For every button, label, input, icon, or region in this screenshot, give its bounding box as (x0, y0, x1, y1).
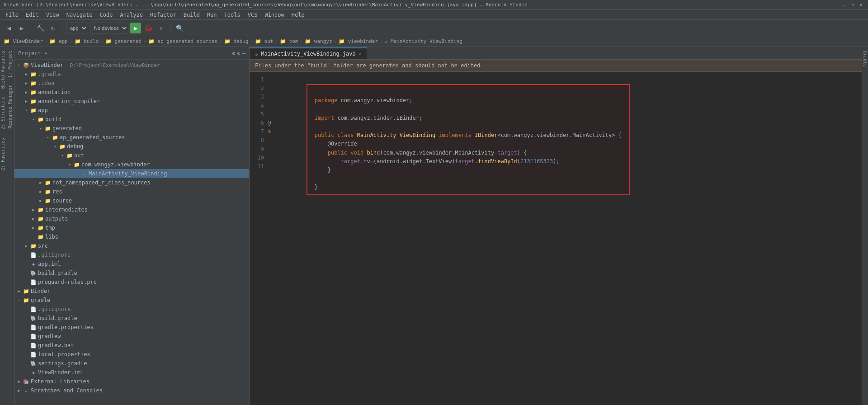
tree-item-outputs[interactable]: ▶ 📁 outputs (14, 214, 249, 223)
structure-tab[interactable]: Z: Structure (0, 93, 6, 133)
tab-close-button[interactable]: ✕ (359, 52, 361, 57)
tree-item-scratches[interactable]: ▶ ✏ Scratches and Consoles (14, 386, 249, 395)
folder-icon: 📁 (44, 125, 52, 132)
menu-item-edit[interactable]: Edit (22, 11, 42, 19)
back-button[interactable]: ◀ (4, 23, 14, 33)
profile-button[interactable]: ⚡ (156, 23, 166, 33)
breadcrumb-generated[interactable]: 📁 generated (105, 38, 142, 44)
breadcrumb-viewbinder2[interactable]: 📁 viewbinder (339, 38, 378, 44)
tree-item-app[interactable]: ▾ 📁 app (14, 106, 249, 115)
tree-item-build-gradle[interactable]: 🐘 build.gradle (14, 268, 249, 278)
menu-item-code[interactable]: Code (96, 11, 117, 19)
tree-item-local-properties[interactable]: 📄 local.properties (14, 350, 249, 359)
menu-item-vcs[interactable]: VCS (244, 11, 261, 19)
tree-label: generated (52, 125, 82, 132)
build-variants-tab[interactable]: Build Variants (0, 47, 6, 92)
menu-item-analyze[interactable]: Analyze (116, 11, 146, 19)
tree-item-intermediates[interactable]: ▶ 📁 intermediates (14, 205, 249, 214)
tree-item-viewbinder-iml[interactable]: ◆ ViewBinder.iml (14, 368, 249, 377)
menu-item-help[interactable]: Help (288, 11, 308, 19)
tree-item-ap-generated[interactable]: ▾ 📁 ap_generated_sources (14, 133, 249, 142)
favorites-tab[interactable]: Z: Favorites (0, 134, 6, 174)
forward-button[interactable]: ▶ (16, 23, 27, 33)
project-dropdown[interactable]: Project ▾ (18, 50, 47, 57)
menu-item-tools[interactable]: Tools (221, 11, 244, 19)
editor-tab-mainactivity[interactable]: ☕ MainActivity_ViewBinding.java ✕ (250, 47, 367, 59)
close-button[interactable]: ✕ (858, 2, 864, 7)
tree-item-com-wangyz[interactable]: ▾ 📁 com.wangyz.viewbinder (14, 160, 249, 169)
project-panel-header: Project ▾ ⚙ ⊙ — (14, 47, 249, 60)
menu-item-refactor[interactable]: Refactor (146, 11, 180, 19)
device-selector[interactable]: No devices (90, 23, 128, 33)
breadcrumb-viewbinder[interactable]: 📁 ViewBinder (4, 38, 43, 44)
menu-item-view[interactable]: View (42, 11, 63, 19)
menu-item-file[interactable]: File (2, 11, 22, 19)
resource-manager-icon[interactable]: Resource Manager (8, 83, 13, 130)
menu-item-navigate[interactable]: Navigate (63, 11, 96, 19)
tree-item-mainactivity-viewbinding[interactable]: ☕ MainActivity_ViewBinding (14, 169, 249, 178)
breadcrumb-out[interactable]: 📁 out (255, 38, 274, 44)
tree-item-root-build-gradle[interactable]: 🐘 build.gradle (14, 314, 249, 323)
tree-item-debug[interactable]: ▾ 📁 debug (14, 142, 249, 151)
tree-item-binder[interactable]: ▶ 📁 Binder (14, 287, 249, 296)
tree-item-gradle-hidden[interactable]: ▶ 📁 .gradle (14, 70, 249, 79)
tree-item-out[interactable]: ▾ 📁 out (14, 151, 249, 160)
tree-item-annotation[interactable]: ▶ 📁 annotation (14, 88, 249, 97)
tree-label: annotation (38, 89, 71, 95)
tree-item-tmp[interactable]: ▶ 📁 tmp (14, 223, 249, 232)
tree-item-generated[interactable]: ▾ 📁 generated (14, 124, 249, 133)
sync-button[interactable]: ↻ (47, 23, 58, 33)
tree-item-gradlew-bat[interactable]: 📄 gradlew.bat (14, 341, 249, 350)
gear-icon[interactable]: ⚙ (232, 50, 235, 57)
tree-item-source[interactable]: ▶ 📁 source (14, 196, 249, 205)
breadcrumb-debug[interactable]: 📁 debug (224, 38, 249, 44)
breadcrumb-ap[interactable]: 📁 ap_generated_sources (148, 38, 217, 44)
breadcrumb-mainactivity[interactable]: ☕ MainActivity_ViewBinding (385, 38, 462, 44)
code-content[interactable]: package com.wangyz.viewbinder; import co… (277, 75, 862, 401)
tree-item-settings-gradle[interactable]: 🐘 settings.gradle (14, 359, 249, 368)
tree-item-gitignore[interactable]: 📄 .gitignore (14, 250, 249, 259)
tree-item-app-iml[interactable]: ◆ app.iml (14, 259, 249, 268)
breadcrumb: 📁 ViewBinder › 📁 app › 📁 build › 📁 gener… (0, 36, 868, 47)
code-area[interactable]: 1 2 3 4 5 6 7 8 9 10 11 @ ⊙ (250, 72, 862, 405)
expand-arrow: ▾ (16, 62, 22, 68)
tree-item-annotation-compiler[interactable]: ▶ 📁 annotation_compiler (14, 97, 249, 106)
tree-label: gradlew (38, 333, 61, 339)
breadcrumb-app[interactable]: 📁 app (49, 38, 68, 44)
build-button[interactable]: 🔨 (35, 23, 46, 33)
tree-label: build.gradle (38, 270, 77, 276)
menu-item-window[interactable]: Window (261, 11, 288, 19)
expand-arrow (24, 261, 29, 267)
tree-item-build[interactable]: ▾ 📁 build (14, 115, 249, 124)
menu-item-run[interactable]: Run (203, 11, 221, 19)
search-button[interactable]: 🔍 (174, 23, 185, 33)
minimize-button[interactable]: — (840, 2, 846, 7)
tree-item-gradle-properties[interactable]: 📄 gradle.properties (14, 323, 249, 332)
tree-item-gradle-root[interactable]: ▾ 📁 gradle (14, 296, 249, 305)
breadcrumb-wangyz[interactable]: 📁 wangyz (305, 38, 332, 44)
breadcrumb-build[interactable]: 📁 build (75, 38, 99, 44)
tree-item-not-namespaced[interactable]: ▶ 📁 not_namespaced_r_class_sources (14, 178, 249, 187)
breadcrumb-com[interactable]: 📁 com (280, 38, 298, 44)
hide-icon[interactable]: — (242, 50, 245, 57)
app-selector[interactable]: app (66, 23, 88, 33)
tree-item-libs[interactable]: 📁 libs (14, 232, 249, 241)
project-icon[interactable]: 1: Project (8, 49, 13, 80)
gradle-tab[interactable]: Gradle (862, 47, 868, 71)
tree-item-gradlew[interactable]: 📄 gradlew (14, 332, 249, 341)
tree-item-external-libraries[interactable]: ▶ 📚 External Libraries (14, 377, 249, 386)
tree-item-viewbinder[interactable]: ▾ 📦 ViewBinder D:\Project\Exercise\ViewB… (14, 61, 249, 70)
tree-item-proguard[interactable]: 📄 proguard-rules.pro (14, 278, 249, 287)
scope-icon[interactable]: ⊙ (237, 50, 241, 57)
debug-button[interactable]: 🐞 (143, 23, 154, 33)
tree-label: gradlew.bat (38, 342, 74, 348)
folder-icon: 📁 (37, 116, 44, 123)
file-icon: 📄 (30, 324, 37, 331)
menu-item-build[interactable]: Build (180, 11, 203, 19)
run-button[interactable]: ▶ (130, 23, 141, 33)
tree-item-res[interactable]: ▶ 📁 res (14, 187, 249, 196)
maximize-button[interactable]: ❐ (849, 2, 855, 7)
tree-item-idea[interactable]: ▶ 📁 .idea (14, 79, 249, 88)
tree-item-src[interactable]: ▶ 📁 src (14, 241, 249, 250)
tree-item-root-gitignore[interactable]: 📄 .gitignore (14, 305, 249, 314)
